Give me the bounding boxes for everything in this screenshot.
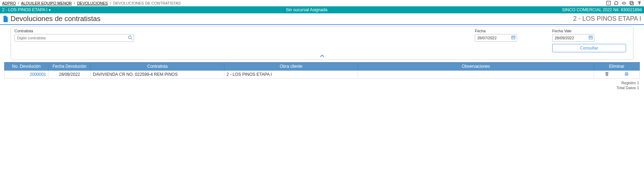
cell-obs (358, 71, 594, 79)
fecha-vale-input[interactable] (552, 34, 594, 42)
total-count: Total Datos 1 (0, 86, 639, 90)
th-contratista[interactable]: Contratista (91, 62, 224, 71)
th-obra[interactable]: Obra cliente (224, 62, 358, 71)
calendar-icon[interactable] (511, 35, 516, 41)
page-title-row: Devoluciones de contratistas 2 - LOS PIN… (0, 13, 644, 25)
context-bar: 2 - LOS PINOS ETAPA I▼ Sin sucursal Asig… (0, 6, 644, 13)
th-obs[interactable]: Observaciones (358, 62, 594, 71)
fecha-label: Fecha (475, 29, 538, 33)
calendar-icon[interactable] (588, 35, 593, 41)
table-row: 2000001 28/09/2022 DAVIVIENDA CR NO. 022… (5, 71, 640, 79)
breadcrumb-sep: / (110, 1, 111, 5)
help-icon[interactable]: ? (606, 1, 611, 6)
footer-counts: Registro 1 Total Datos 1 (0, 81, 639, 90)
refresh-icon[interactable] (614, 1, 619, 6)
svg-rect-7 (513, 38, 514, 38)
chevron-down-icon: ▼ (48, 8, 51, 12)
svg-rect-3 (631, 2, 633, 5)
svg-rect-11 (591, 38, 591, 38)
fecha-vale-label: Fecha Vale (552, 29, 630, 33)
split-icon[interactable] (621, 1, 626, 6)
project-selector[interactable]: 2 - LOS PINOS ETAPA I▼ (2, 7, 51, 12)
project-selector-label: 2 - LOS PINOS ETAPA I (2, 7, 47, 12)
cell-actions (594, 71, 640, 79)
th-fecha[interactable]: Fecha Devolución (49, 62, 91, 71)
search-icon[interactable] (128, 35, 133, 41)
scroll-top-icon[interactable] (637, 1, 642, 6)
company-info: SINCO COMERCIAL 2022 Nit: 830021894 (562, 7, 642, 12)
svg-rect-12 (591, 38, 592, 38)
th-eliminar[interactable]: Eliminar (594, 62, 640, 71)
svg-rect-2 (630, 1, 633, 4)
contratista-label: Contratista (14, 29, 461, 33)
page-title: Devoluciones de contratistas (11, 15, 101, 23)
maximize-icon[interactable] (629, 1, 634, 6)
results-table-wrap: No. Devolución Fecha Devolución Contrati… (4, 62, 640, 79)
breadcrumb-sep: / (18, 1, 19, 5)
breadcrumb-item-adpro[interactable]: ADPRO (2, 1, 16, 5)
th-no[interactable]: No. Devolución (5, 62, 49, 71)
print-icon[interactable] (624, 72, 629, 77)
document-icon (3, 16, 8, 22)
cell-contratista: DAVIVIENDA CR NO. 022599-4 REM PINOS (91, 71, 224, 79)
svg-point-4 (128, 36, 131, 39)
cell-no-link[interactable]: 2000001 (5, 71, 49, 79)
breadcrumb-bar: ADPRO / ALQUILER EQUIPO MENOR / DEVOLUCI… (0, 0, 644, 6)
page-subtitle: 2 - LOS PINOS ETAPA I (573, 15, 641, 22)
breadcrumb-item-devoluciones[interactable]: DEVOLUCIONES (77, 1, 108, 5)
record-count: Registro 1 (0, 81, 639, 85)
cell-obra: 2 - LOS PINOS ETAPA I (224, 71, 358, 79)
collapse-panel-icon[interactable] (320, 54, 325, 59)
breadcrumb: ADPRO / ALQUILER EQUIPO MENOR / DEVOLUCI… (2, 1, 181, 5)
svg-rect-8 (514, 38, 515, 38)
svg-text:?: ? (608, 2, 610, 5)
fecha-input[interactable] (475, 34, 517, 42)
filter-panel: Contratista Fecha Fecha Vale (11, 26, 633, 60)
results-table: No. Devolución Fecha Devolución Contrati… (4, 62, 640, 79)
delete-icon[interactable] (605, 72, 611, 77)
breadcrumb-current: DEVOLUCIONES DE CONTRATISTAS (113, 1, 181, 5)
branch-status: Sin sucursal Asignada (51, 7, 562, 12)
cell-fecha: 28/09/2022 (49, 71, 91, 79)
contratista-input[interactable] (14, 34, 134, 42)
top-icons: ? (606, 1, 642, 6)
svg-rect-10 (589, 38, 590, 38)
svg-rect-6 (512, 38, 513, 38)
breadcrumb-item-alquiler[interactable]: ALQUILER EQUIPO MENOR (21, 1, 72, 5)
breadcrumb-sep: / (74, 1, 75, 5)
consultar-button[interactable]: Consultar (552, 44, 626, 52)
